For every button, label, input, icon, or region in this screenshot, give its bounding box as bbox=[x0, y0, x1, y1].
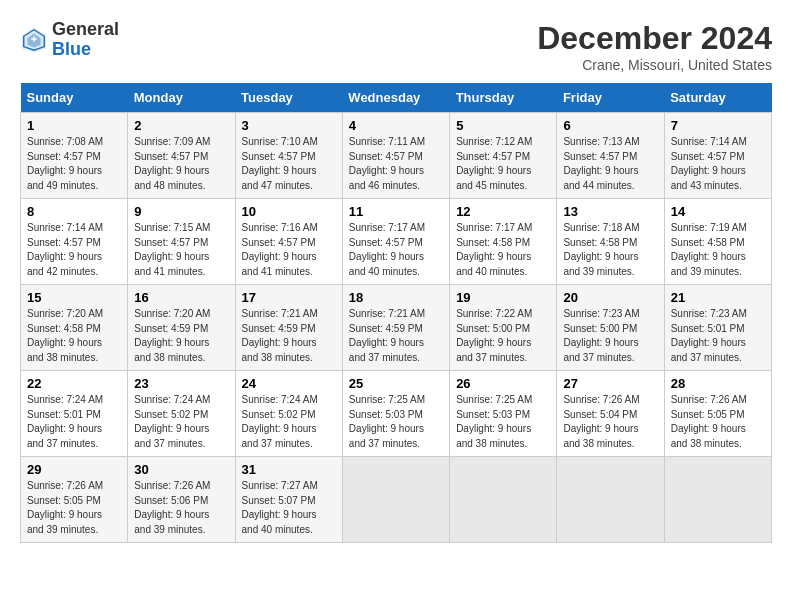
day-number: 12 bbox=[456, 204, 550, 219]
col-saturday: Saturday bbox=[664, 83, 771, 113]
table-row: 25 Sunrise: 7:25 AMSunset: 5:03 PMDaylig… bbox=[342, 371, 449, 457]
day-info: Sunrise: 7:17 AMSunset: 4:57 PMDaylight:… bbox=[349, 222, 425, 277]
table-row: 7 Sunrise: 7:14 AMSunset: 4:57 PMDayligh… bbox=[664, 113, 771, 199]
header-row: Sunday Monday Tuesday Wednesday Thursday… bbox=[21, 83, 772, 113]
day-number: 19 bbox=[456, 290, 550, 305]
day-number: 15 bbox=[27, 290, 121, 305]
table-row: 19 Sunrise: 7:22 AMSunset: 5:00 PMDaylig… bbox=[450, 285, 557, 371]
day-number: 13 bbox=[563, 204, 657, 219]
day-info: Sunrise: 7:26 AMSunset: 5:06 PMDaylight:… bbox=[134, 480, 210, 535]
day-info: Sunrise: 7:24 AMSunset: 5:01 PMDaylight:… bbox=[27, 394, 103, 449]
table-row: 11 Sunrise: 7:17 AMSunset: 4:57 PMDaylig… bbox=[342, 199, 449, 285]
week-row: 8 Sunrise: 7:14 AMSunset: 4:57 PMDayligh… bbox=[21, 199, 772, 285]
col-thursday: Thursday bbox=[450, 83, 557, 113]
logo-text: General Blue bbox=[52, 20, 119, 60]
day-info: Sunrise: 7:21 AMSunset: 4:59 PMDaylight:… bbox=[349, 308, 425, 363]
day-number: 9 bbox=[134, 204, 228, 219]
day-number: 26 bbox=[456, 376, 550, 391]
day-info: Sunrise: 7:08 AMSunset: 4:57 PMDaylight:… bbox=[27, 136, 103, 191]
week-row: 1 Sunrise: 7:08 AMSunset: 4:57 PMDayligh… bbox=[21, 113, 772, 199]
day-number: 30 bbox=[134, 462, 228, 477]
calendar-table: Sunday Monday Tuesday Wednesday Thursday… bbox=[20, 83, 772, 543]
table-row: 26 Sunrise: 7:25 AMSunset: 5:03 PMDaylig… bbox=[450, 371, 557, 457]
table-row: 14 Sunrise: 7:19 AMSunset: 4:58 PMDaylig… bbox=[664, 199, 771, 285]
table-row: 16 Sunrise: 7:20 AMSunset: 4:59 PMDaylig… bbox=[128, 285, 235, 371]
day-number: 23 bbox=[134, 376, 228, 391]
day-info: Sunrise: 7:21 AMSunset: 4:59 PMDaylight:… bbox=[242, 308, 318, 363]
day-info: Sunrise: 7:09 AMSunset: 4:57 PMDaylight:… bbox=[134, 136, 210, 191]
day-info: Sunrise: 7:26 AMSunset: 5:04 PMDaylight:… bbox=[563, 394, 639, 449]
table-row: 9 Sunrise: 7:15 AMSunset: 4:57 PMDayligh… bbox=[128, 199, 235, 285]
day-number: 3 bbox=[242, 118, 336, 133]
table-row: 24 Sunrise: 7:24 AMSunset: 5:02 PMDaylig… bbox=[235, 371, 342, 457]
logo-icon bbox=[20, 26, 48, 54]
day-info: Sunrise: 7:11 AMSunset: 4:57 PMDaylight:… bbox=[349, 136, 425, 191]
table-row: 17 Sunrise: 7:21 AMSunset: 4:59 PMDaylig… bbox=[235, 285, 342, 371]
day-number: 11 bbox=[349, 204, 443, 219]
day-info: Sunrise: 7:26 AMSunset: 5:05 PMDaylight:… bbox=[27, 480, 103, 535]
day-number: 31 bbox=[242, 462, 336, 477]
day-info: Sunrise: 7:24 AMSunset: 5:02 PMDaylight:… bbox=[242, 394, 318, 449]
title-area: December 2024 Crane, Missouri, United St… bbox=[537, 20, 772, 73]
day-number: 1 bbox=[27, 118, 121, 133]
day-info: Sunrise: 7:26 AMSunset: 5:05 PMDaylight:… bbox=[671, 394, 747, 449]
day-info: Sunrise: 7:27 AMSunset: 5:07 PMDaylight:… bbox=[242, 480, 318, 535]
col-monday: Monday bbox=[128, 83, 235, 113]
day-number: 20 bbox=[563, 290, 657, 305]
table-row: 13 Sunrise: 7:18 AMSunset: 4:58 PMDaylig… bbox=[557, 199, 664, 285]
table-row: 28 Sunrise: 7:26 AMSunset: 5:05 PMDaylig… bbox=[664, 371, 771, 457]
day-info: Sunrise: 7:23 AMSunset: 5:00 PMDaylight:… bbox=[563, 308, 639, 363]
day-info: Sunrise: 7:19 AMSunset: 4:58 PMDaylight:… bbox=[671, 222, 747, 277]
day-info: Sunrise: 7:14 AMSunset: 4:57 PMDaylight:… bbox=[27, 222, 103, 277]
day-number: 7 bbox=[671, 118, 765, 133]
table-row: 1 Sunrise: 7:08 AMSunset: 4:57 PMDayligh… bbox=[21, 113, 128, 199]
calendar-header: Sunday Monday Tuesday Wednesday Thursday… bbox=[21, 83, 772, 113]
day-info: Sunrise: 7:15 AMSunset: 4:57 PMDaylight:… bbox=[134, 222, 210, 277]
day-number: 28 bbox=[671, 376, 765, 391]
day-info: Sunrise: 7:14 AMSunset: 4:57 PMDaylight:… bbox=[671, 136, 747, 191]
table-row: 6 Sunrise: 7:13 AMSunset: 4:57 PMDayligh… bbox=[557, 113, 664, 199]
table-row: 4 Sunrise: 7:11 AMSunset: 4:57 PMDayligh… bbox=[342, 113, 449, 199]
day-number: 10 bbox=[242, 204, 336, 219]
day-info: Sunrise: 7:18 AMSunset: 4:58 PMDaylight:… bbox=[563, 222, 639, 277]
week-row: 15 Sunrise: 7:20 AMSunset: 4:58 PMDaylig… bbox=[21, 285, 772, 371]
table-row bbox=[557, 457, 664, 543]
day-info: Sunrise: 7:23 AMSunset: 5:01 PMDaylight:… bbox=[671, 308, 747, 363]
day-info: Sunrise: 7:12 AMSunset: 4:57 PMDaylight:… bbox=[456, 136, 532, 191]
table-row bbox=[342, 457, 449, 543]
day-number: 6 bbox=[563, 118, 657, 133]
location: Crane, Missouri, United States bbox=[537, 57, 772, 73]
logo-blue: Blue bbox=[52, 39, 91, 59]
week-row: 29 Sunrise: 7:26 AMSunset: 5:05 PMDaylig… bbox=[21, 457, 772, 543]
table-row: 18 Sunrise: 7:21 AMSunset: 4:59 PMDaylig… bbox=[342, 285, 449, 371]
table-row: 31 Sunrise: 7:27 AMSunset: 5:07 PMDaylig… bbox=[235, 457, 342, 543]
table-row: 23 Sunrise: 7:24 AMSunset: 5:02 PMDaylig… bbox=[128, 371, 235, 457]
day-number: 16 bbox=[134, 290, 228, 305]
day-info: Sunrise: 7:13 AMSunset: 4:57 PMDaylight:… bbox=[563, 136, 639, 191]
table-row: 20 Sunrise: 7:23 AMSunset: 5:00 PMDaylig… bbox=[557, 285, 664, 371]
week-row: 22 Sunrise: 7:24 AMSunset: 5:01 PMDaylig… bbox=[21, 371, 772, 457]
table-row: 29 Sunrise: 7:26 AMSunset: 5:05 PMDaylig… bbox=[21, 457, 128, 543]
day-number: 5 bbox=[456, 118, 550, 133]
day-number: 2 bbox=[134, 118, 228, 133]
day-info: Sunrise: 7:25 AMSunset: 5:03 PMDaylight:… bbox=[456, 394, 532, 449]
day-info: Sunrise: 7:20 AMSunset: 4:59 PMDaylight:… bbox=[134, 308, 210, 363]
month-title: December 2024 bbox=[537, 20, 772, 57]
day-number: 14 bbox=[671, 204, 765, 219]
day-info: Sunrise: 7:17 AMSunset: 4:58 PMDaylight:… bbox=[456, 222, 532, 277]
day-number: 21 bbox=[671, 290, 765, 305]
day-number: 18 bbox=[349, 290, 443, 305]
day-number: 4 bbox=[349, 118, 443, 133]
day-info: Sunrise: 7:24 AMSunset: 5:02 PMDaylight:… bbox=[134, 394, 210, 449]
day-number: 8 bbox=[27, 204, 121, 219]
table-row: 22 Sunrise: 7:24 AMSunset: 5:01 PMDaylig… bbox=[21, 371, 128, 457]
day-info: Sunrise: 7:16 AMSunset: 4:57 PMDaylight:… bbox=[242, 222, 318, 277]
day-info: Sunrise: 7:22 AMSunset: 5:00 PMDaylight:… bbox=[456, 308, 532, 363]
day-number: 22 bbox=[27, 376, 121, 391]
col-tuesday: Tuesday bbox=[235, 83, 342, 113]
col-sunday: Sunday bbox=[21, 83, 128, 113]
table-row: 8 Sunrise: 7:14 AMSunset: 4:57 PMDayligh… bbox=[21, 199, 128, 285]
table-row: 5 Sunrise: 7:12 AMSunset: 4:57 PMDayligh… bbox=[450, 113, 557, 199]
table-row: 10 Sunrise: 7:16 AMSunset: 4:57 PMDaylig… bbox=[235, 199, 342, 285]
day-number: 24 bbox=[242, 376, 336, 391]
